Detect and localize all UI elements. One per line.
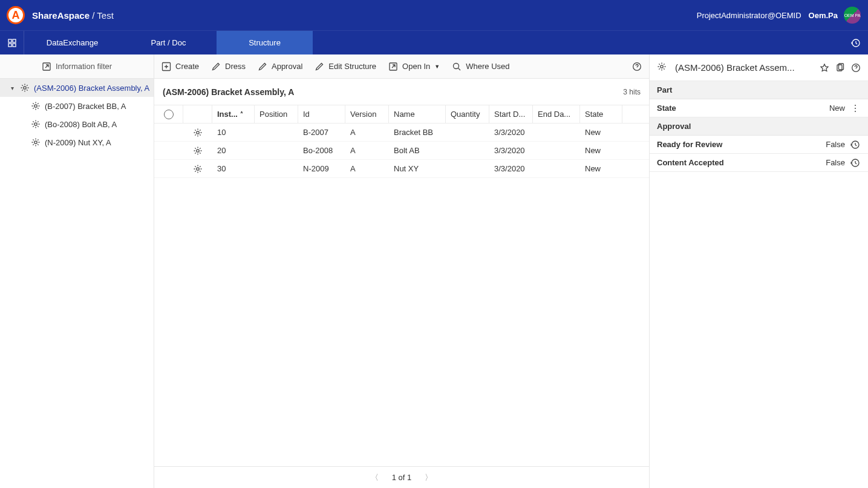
tab-part-doc[interactable]: Part / Doc xyxy=(120,31,217,54)
edit-structure-button[interactable]: Edit Structure xyxy=(315,62,376,71)
table-body: 10 B-2007 A Bracket BB 3/3/2020 New 20 B… xyxy=(154,124,649,466)
sidebar: Information filter ▾ (ASM-2006) Bracket … xyxy=(0,54,154,488)
next-page-button[interactable]: 〉 xyxy=(425,472,432,483)
help-button[interactable] xyxy=(851,63,861,73)
tab-dataexchange[interactable]: DataExchange xyxy=(24,31,120,54)
prop-content-accepted: Content Accepted False xyxy=(650,154,868,172)
section-part: Part xyxy=(650,81,868,99)
details-panel: (ASM-2006) Bracket Assem... Part State N… xyxy=(650,54,868,488)
help-button[interactable] xyxy=(632,62,642,71)
gear-icon xyxy=(657,62,669,74)
table-row[interactable]: 30 N-2009 A Nut XY 3/3/2020 New xyxy=(154,160,649,178)
column-position[interactable]: Position xyxy=(255,105,298,123)
gear-icon xyxy=(193,128,203,137)
column-start-date[interactable]: Start D... xyxy=(489,105,533,123)
history-button[interactable] xyxy=(844,31,868,54)
tree-item[interactable]: (N-2009) Nut XY, A xyxy=(0,133,154,151)
tree-root[interactable]: ▾ (ASM-2006) Bracket Assembly, A xyxy=(0,79,154,97)
tab-structure[interactable]: Structure xyxy=(217,31,313,54)
brand-name: ShareAspace xyxy=(32,10,90,21)
nav-bar: DataExchange Part / Doc Structure xyxy=(0,30,868,54)
prop-ready-for-review: Ready for Review False xyxy=(650,136,868,154)
pager: 〈 1 of 1 〉 xyxy=(154,466,649,488)
information-filter-button[interactable]: Information filter xyxy=(0,54,154,79)
create-button[interactable]: Create xyxy=(162,62,199,71)
dress-button[interactable]: Dress xyxy=(211,62,246,71)
copy-button[interactable] xyxy=(835,63,845,73)
column-name[interactable]: Name xyxy=(389,105,446,123)
breadcrumb: / Test xyxy=(90,10,114,21)
column-version[interactable]: Version xyxy=(345,105,389,123)
more-button[interactable] xyxy=(850,104,861,113)
details-title-bar: (ASM-2006) Bracket Assem... xyxy=(650,54,868,81)
column-state[interactable]: State xyxy=(580,105,622,123)
section-approval: Approval xyxy=(650,117,868,136)
prev-page-button[interactable]: 〈 xyxy=(371,472,379,483)
chevron-down-icon: ▼ xyxy=(434,64,440,70)
prop-state: State New xyxy=(650,99,868,117)
hits-label: 3 hits xyxy=(623,88,641,96)
apps-button[interactable] xyxy=(0,31,24,54)
gear-icon xyxy=(193,146,203,156)
toolbar: Create Dress Approval Edit Structure Ope… xyxy=(154,54,649,79)
tree-item-label: (B-2007) Bracket BB, A xyxy=(45,102,126,111)
tree-item-label: (N-2009) Nut XY, A xyxy=(45,138,111,147)
approval-button[interactable]: Approval xyxy=(258,62,302,71)
tree: ▾ (ASM-2006) Bracket Assembly, A (B-2007… xyxy=(0,79,154,151)
tree-item-label: (Bo-2008) Bolt AB, A xyxy=(45,120,117,129)
table-row[interactable]: 20 Bo-2008 A Bolt AB 3/3/2020 New xyxy=(154,142,649,160)
page-title: (ASM-2006) Bracket Assembly, A xyxy=(163,87,294,97)
sort-asc-icon: ˄ xyxy=(240,111,243,117)
history-button[interactable] xyxy=(850,158,861,168)
caret-down-icon[interactable]: ▾ xyxy=(8,85,16,91)
tree-item-label: (ASM-2006) Bracket Assembly, A xyxy=(34,84,149,93)
app-logo: A xyxy=(7,6,25,24)
gear-icon xyxy=(30,101,41,111)
app-header: A ShareAspace / Test ProjectAdministrato… xyxy=(0,0,868,30)
gear-icon xyxy=(193,164,203,174)
user-name: Oem.Pa xyxy=(809,11,838,20)
tree-item[interactable]: (Bo-2008) Bolt AB, A xyxy=(0,115,154,133)
details-title: (ASM-2006) Bracket Assem... xyxy=(675,62,814,73)
select-all-checkbox[interactable] xyxy=(164,110,174,119)
gear-icon xyxy=(30,137,41,147)
avatar[interactable]: OEM PA xyxy=(844,7,861,24)
column-inst[interactable]: Inst... ˄ xyxy=(212,105,255,123)
column-quantity[interactable]: Quantity xyxy=(446,105,489,123)
history-button[interactable] xyxy=(850,140,861,150)
page-label: 1 of 1 xyxy=(392,473,412,482)
open-in-button[interactable]: Open In▼ xyxy=(388,62,440,71)
favorite-button[interactable] xyxy=(820,63,829,73)
table-header: Inst... ˄ Position Id Version Name Quant… xyxy=(154,105,649,124)
gear-icon xyxy=(19,83,30,93)
gear-icon xyxy=(30,119,41,129)
content-title-bar: (ASM-2006) Bracket Assembly, A 3 hits xyxy=(154,79,649,105)
tree-item[interactable]: (B-2007) Bracket BB, A xyxy=(0,97,154,115)
where-used-button[interactable]: Where Used xyxy=(452,62,509,71)
column-end-date[interactable]: End Da... xyxy=(533,105,580,123)
table-row[interactable]: 10 B-2007 A Bracket BB 3/3/2020 New xyxy=(154,124,649,142)
column-id[interactable]: Id xyxy=(298,105,345,123)
user-email: ProjectAdministrator@OEMID xyxy=(697,11,801,20)
